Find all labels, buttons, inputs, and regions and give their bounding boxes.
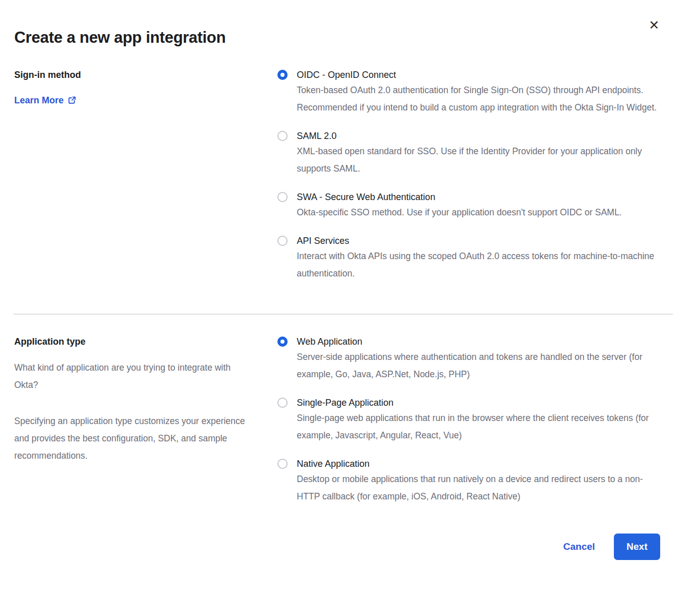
radio-oidc[interactable] [277,70,288,80]
option-web-application-description: Server-side applications where authentic… [297,348,660,383]
option-single-page-application-label: Single-Page Application [297,396,660,409]
option-swa[interactable]: SWA - Secure Web Authentication Okta-spe… [277,190,660,221]
option-swa-label: SWA - Secure Web Authentication [297,190,622,204]
option-oidc-label: OIDC - OpenID Connect [297,68,660,81]
option-web-application[interactable]: Web Application Server-side applications… [277,335,660,383]
external-link-icon [68,96,76,106]
modal-footer: Cancel Next [0,534,678,560]
radio-swa[interactable] [277,192,288,202]
learn-more-link[interactable]: Learn More [14,95,76,106]
application-type-section: Application type What kind of applicatio… [0,335,678,505]
application-type-left-column: Application type What kind of applicatio… [14,335,269,464]
application-type-label: Application type [14,335,269,348]
signin-method-section: Sign-in method Learn More OIDC - OpenID … [0,68,678,282]
radio-api-services[interactable] [277,236,288,246]
option-saml[interactable]: SAML 2.0 XML-based open standard for SSO… [277,129,660,177]
radio-web-application[interactable] [277,337,288,347]
option-api-services-description: Interact with Okta APIs using the scoped… [297,247,660,282]
option-native-application-description: Desktop or mobile applications that run … [297,470,660,505]
option-api-services-label: API Services [297,234,660,247]
option-saml-label: SAML 2.0 [297,129,660,143]
option-swa-description: Okta-specific SSO method. Use if your ap… [297,204,622,221]
cancel-button[interactable]: Cancel [563,541,595,552]
next-button[interactable]: Next [614,534,660,560]
option-oidc[interactable]: OIDC - OpenID Connect Token-based OAuth … [277,68,660,116]
option-native-application-label: Native Application [297,457,660,470]
option-native-application[interactable]: Native Application Desktop or mobile app… [277,457,660,505]
option-single-page-application[interactable]: Single-Page Application Single-page web … [277,396,660,444]
application-type-options: Web Application Server-side applications… [277,335,660,505]
application-type-description-1: What kind of application are you trying … [14,359,255,394]
radio-single-page-application[interactable] [277,398,288,408]
radio-native-application[interactable] [277,459,288,469]
signin-method-left-column: Sign-in method Learn More [14,68,269,106]
signin-method-options: OIDC - OpenID Connect Token-based OAuth … [277,68,660,282]
option-single-page-application-description: Single-page web applications that run in… [297,409,660,444]
option-oidc-description: Token-based OAuth 2.0 authentication for… [297,81,660,116]
option-saml-description: XML-based open standard for SSO. Use if … [297,143,660,177]
section-divider [13,314,673,315]
option-api-services[interactable]: API Services Interact with Okta APIs usi… [277,234,660,282]
signin-method-label: Sign-in method [14,68,269,81]
option-web-application-label: Web Application [297,335,660,348]
radio-saml[interactable] [277,131,288,141]
application-type-description-2: Specifying an application type customize… [14,412,255,464]
learn-more-label: Learn More [14,95,64,106]
page-title: Create a new app integration [14,29,678,47]
close-icon[interactable]: ✕ [647,18,661,32]
